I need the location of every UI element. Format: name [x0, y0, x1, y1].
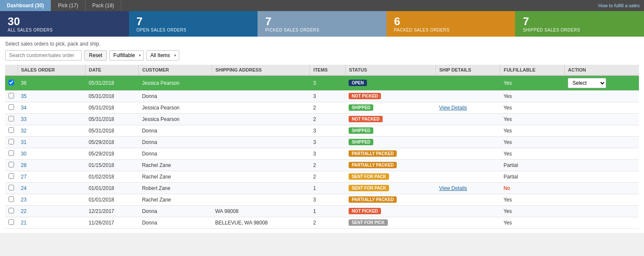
row-checkbox[interactable] [9, 139, 14, 144]
order-date: 01/15/2018 [85, 159, 139, 171]
stat-open-orders[interactable]: 7 OPEN SALES ORDERS [129, 11, 258, 37]
stat-packed[interactable]: 6 PACKED SALES ORDERS [386, 11, 515, 37]
items-count: 3 [310, 148, 346, 159]
ship-details[interactable]: View Details [435, 182, 500, 194]
row-checkbox[interactable] [9, 208, 14, 213]
fulfillable-status: Yes [500, 90, 564, 102]
items-count: 2 [310, 102, 346, 113]
order-status: PARTIALLY PACKED [345, 148, 435, 159]
order-status: SHIPPED [345, 125, 435, 136]
col-shipping-address: SHIPPING ADDRESS [212, 65, 309, 75]
row-checkbox[interactable] [9, 185, 14, 190]
help-link[interactable]: How to fulfill a sales [598, 3, 640, 8]
status-badge: SHIPPED [349, 127, 373, 134]
stat-all-orders-num: 30 [8, 15, 121, 28]
stat-picked[interactable]: 7 PICKED SALES ORDERS [258, 11, 386, 37]
fulfillable-status: Partial [500, 159, 564, 171]
order-date: 05/31/2018 [85, 90, 139, 102]
items-count: 3 [310, 136, 346, 148]
items-count: 2 [310, 113, 346, 125]
customer-name: Donna [139, 136, 212, 148]
order-number[interactable]: 22 [17, 205, 85, 217]
tab-dashboard[interactable]: Dashboard (30) [0, 0, 51, 11]
items-count: 1 [310, 182, 346, 194]
row-checkbox[interactable] [9, 80, 14, 85]
row-checkbox[interactable] [9, 162, 14, 167]
status-badge: NOT PACKED [349, 116, 382, 122]
status-badge: SENT FOR PACK [349, 173, 389, 180]
stat-all-orders[interactable]: 30 ALL SALES ORDERS [0, 11, 129, 37]
row-checkbox-cell [5, 205, 17, 217]
table-row: 2701/02/2018Rachel Zane2SENT FOR PACKPar… [5, 171, 639, 182]
row-checkbox-cell [5, 217, 17, 228]
order-number[interactable]: 30 [17, 148, 85, 159]
table-row: 3405/31/2018Jessica Pearson2SHIPPEDView … [5, 102, 639, 113]
shipping-address [212, 75, 309, 91]
fulfillable-status: Yes [500, 125, 564, 136]
shipping-address: BELLEVUE, WA 98008 [212, 217, 309, 228]
search-input[interactable] [5, 50, 82, 60]
reset-button[interactable]: Reset [84, 50, 107, 60]
tab-pick[interactable]: Pick (17) [51, 0, 85, 11]
order-number[interactable]: 23 [17, 194, 85, 205]
stat-shipped[interactable]: 7 SHIPPED SALES ORDERS [515, 11, 644, 37]
row-checkbox[interactable] [9, 104, 14, 110]
action-cell [564, 148, 639, 159]
fulfillable-status: Yes [500, 102, 564, 113]
fulfillable-status: Yes [500, 113, 564, 125]
page-subtitle: Select sales orders to pick, pack and sh… [5, 41, 639, 47]
order-number[interactable]: 33 [17, 113, 85, 125]
row-checkbox[interactable] [9, 93, 14, 98]
action-cell [564, 217, 639, 228]
filter-items[interactable]: All Items [146, 50, 179, 60]
order-number[interactable]: 27 [17, 171, 85, 182]
order-date: 05/29/2018 [85, 148, 139, 159]
row-checkbox[interactable] [9, 116, 14, 121]
row-checkbox[interactable] [9, 150, 14, 156]
ship-details [435, 148, 500, 159]
order-status: SHIPPED [345, 102, 435, 113]
stat-packed-num: 6 [394, 15, 508, 28]
ship-details [435, 194, 500, 205]
order-date: 05/31/2018 [85, 102, 139, 113]
order-date: 05/31/2018 [85, 75, 139, 91]
order-number[interactable]: 24 [17, 182, 85, 194]
row-checkbox[interactable] [9, 173, 14, 179]
order-number[interactable]: 32 [17, 125, 85, 136]
status-badge: SHIPPED [349, 139, 373, 145]
ship-details [435, 171, 500, 182]
action-cell [564, 102, 639, 113]
row-checkbox[interactable] [9, 196, 14, 202]
table-row: 2212/21/2017DonnaWA 980081NOT PICKEDYes [5, 205, 639, 217]
row-checkbox[interactable] [9, 219, 14, 225]
shipping-address [212, 113, 309, 125]
order-number[interactable]: 28 [17, 159, 85, 171]
ship-details [435, 205, 500, 217]
action-select[interactable]: Select [568, 78, 606, 88]
action-cell: Select [564, 75, 639, 91]
row-checkbox[interactable] [9, 127, 14, 133]
order-number[interactable]: 31 [17, 136, 85, 148]
items-count: 3 [310, 90, 346, 102]
row-checkbox-cell [5, 75, 17, 91]
ship-details [435, 159, 500, 171]
order-number[interactable]: 34 [17, 102, 85, 113]
ship-details[interactable]: View Details [435, 102, 500, 113]
filter-fulfillable[interactable]: Fulfillable [109, 50, 144, 60]
order-date: 05/31/2018 [85, 125, 139, 136]
order-number[interactable]: 21 [17, 217, 85, 228]
tab-pack[interactable]: Pack (18) [86, 0, 121, 11]
customer-name: Donna [139, 148, 212, 159]
main-content: Select sales orders to pick, pack and sh… [0, 37, 644, 233]
order-number[interactable]: 36 [17, 75, 85, 91]
status-badge: PARTIALLY PACKED [349, 196, 397, 203]
items-count: 2 [310, 217, 346, 228]
items-count: 2 [310, 159, 346, 171]
status-badge: SENT FOR PACK [349, 185, 389, 191]
order-number[interactable]: 35 [17, 90, 85, 102]
action-cell [564, 136, 639, 148]
shipping-address [212, 194, 309, 205]
stat-all-orders-label: ALL SALES ORDERS [8, 28, 121, 32]
customer-name: Jessica Pearson [139, 113, 212, 125]
table-row: 2111/26/2017DonnaBELLEVUE, WA 980082SENT… [5, 217, 639, 228]
